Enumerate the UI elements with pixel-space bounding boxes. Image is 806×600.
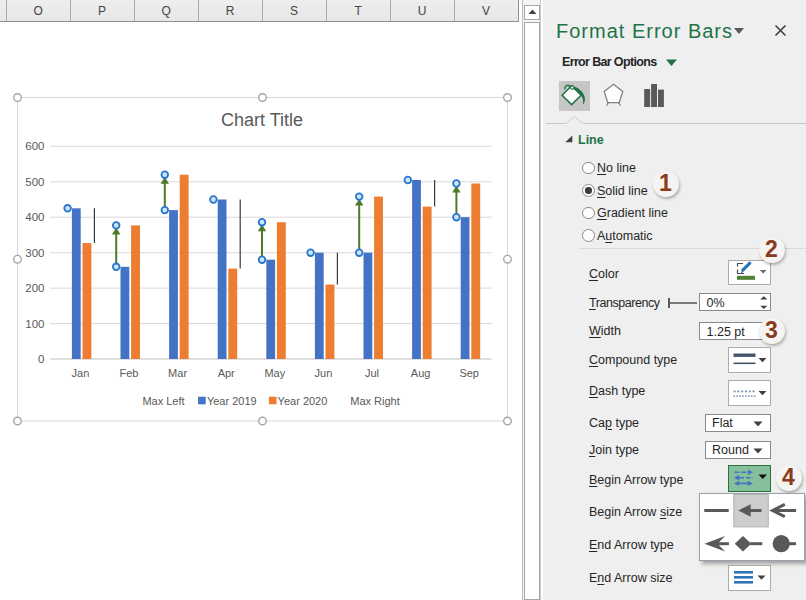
svg-text:Mar: Mar [168, 367, 187, 379]
svg-text:Max Left: Max Left [142, 395, 184, 407]
svg-text:Sep: Sep [459, 367, 479, 379]
svg-text:Jul: Jul [365, 367, 379, 379]
svg-text:Year 2019: Year 2019 [207, 395, 257, 407]
svg-text:300: 300 [25, 247, 44, 259]
svg-text:Apr: Apr [218, 367, 235, 379]
svg-text:Aug: Aug [411, 367, 431, 379]
svg-text:500: 500 [25, 176, 44, 188]
svg-text:Max Right: Max Right [350, 395, 400, 407]
svg-text:600: 600 [25, 140, 44, 152]
svg-text:Feb: Feb [120, 367, 139, 379]
svg-text:0: 0 [38, 353, 44, 365]
svg-text:100: 100 [25, 318, 44, 330]
svg-text:200: 200 [25, 282, 44, 294]
svg-text:400: 400 [25, 211, 44, 223]
svg-text:Jan: Jan [72, 367, 90, 379]
svg-text:Year 2020: Year 2020 [278, 395, 328, 407]
svg-text:Jun: Jun [315, 367, 333, 379]
svg-text:May: May [264, 367, 285, 379]
svg-text:Chart Title: Chart Title [221, 110, 303, 130]
